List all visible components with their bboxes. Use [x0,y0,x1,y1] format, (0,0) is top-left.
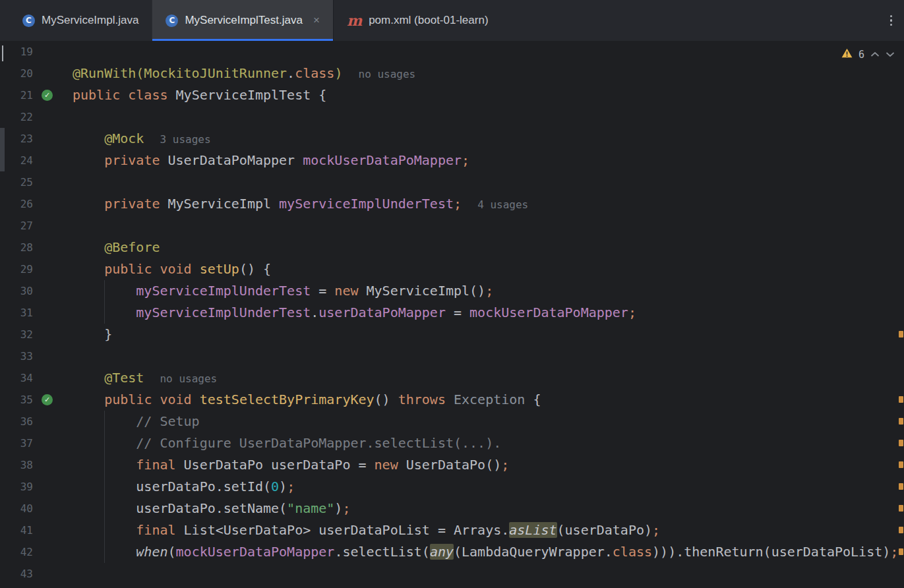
line-number[interactable]: 28 [0,237,33,258]
warning-stripe-mark[interactable] [899,396,903,403]
gutter [33,171,73,193]
tab-label: MyServiceImpl.java [42,14,138,27]
code-text: userDataPo.setId(0); [73,476,295,498]
line-number[interactable]: 35 [0,389,33,411]
line-number[interactable]: 26 [0,193,33,215]
line-number[interactable]: 39 [0,476,33,498]
line-number[interactable]: 24 [0,150,33,171]
code-line[interactable]: 40 userDataPo.setName("name"); [0,498,904,519]
inspection-widget[interactable]: 6 [841,48,895,61]
code-text: when(mockUserDataPoMapper.selectList(any… [73,541,898,563]
code-text: myServiceImplUnderTest.userDataPoMapper … [73,302,636,324]
code-line[interactable]: 19 [0,41,904,63]
gutter [33,215,73,237]
gutter-marker [0,128,5,171]
gutter [33,63,73,84]
line-number[interactable]: 32 [0,324,33,345]
code-line[interactable]: 42 when(mockUserDataPoMapper.selectList(… [0,541,904,563]
code-line[interactable]: 28 @Before [0,237,904,258]
line-number[interactable]: 38 [0,454,33,476]
line-number[interactable]: 27 [0,215,33,237]
code-line[interactable]: 43 [0,563,904,585]
code-text: myServiceImplUnderTest = new MyServiceIm… [73,280,493,302]
gutter [33,302,73,324]
code-text: @RunWith(MockitoJUnitRunner.class) no us… [73,63,415,84]
line-number[interactable]: 30 [0,280,33,302]
code-line[interactable]: 36 // Setup [0,411,904,432]
line-number[interactable]: 19 [0,41,33,63]
code-line[interactable]: 37 // Configure UserDataPoMapper.selectL… [0,432,904,454]
java-class-icon: C [166,15,178,27]
editor-tab[interactable]: mpom.xml (boot-01-learn) [333,0,502,41]
line-number[interactable]: 21 [0,84,33,106]
line-number[interactable]: 20 [0,63,33,84]
gutter [33,150,73,171]
code-line[interactable]: 32 } [0,324,904,345]
code-text: // Setup [73,411,200,432]
gutter [33,41,73,63]
code-line[interactable]: 30 myServiceImplUnderTest = new MyServic… [0,280,904,302]
test-passed-icon[interactable]: ✓ [42,90,53,101]
warning-stripe-mark[interactable] [899,483,903,490]
warning-stripe-mark[interactable] [899,418,903,425]
gutter [33,541,73,563]
code-line[interactable]: 34 @Test no usages [0,367,904,389]
code-text: userDataPo.setName("name"); [73,498,350,519]
code-line[interactable]: 38 final UserDataPo userDataPo = new Use… [0,454,904,476]
tab-label: pom.xml (boot-01-learn) [369,14,488,27]
more-options-icon[interactable] [878,15,904,26]
warning-stripe-mark[interactable] [899,331,903,338]
code-line[interactable]: 27 [0,215,904,237]
warning-stripe-mark[interactable] [899,527,903,533]
line-number[interactable]: 43 [0,563,33,585]
code-line[interactable]: 29 public void setUp() { [0,258,904,280]
gutter [33,432,73,454]
gutter [33,280,73,302]
code-line[interactable]: 31 myServiceImplUnderTest.userDataPoMapp… [0,302,904,324]
editor-tab-bar: CMyServiceImpl.javaCMyServiceImplTest.ja… [0,0,904,41]
code-line[interactable]: 35✓ public void testSelectByPrimaryKey()… [0,389,904,411]
warning-count[interactable]: 6 [859,49,864,61]
code-line[interactable]: 39 userDataPo.setId(0); [0,476,904,498]
code-line[interactable]: 20@RunWith(MockitoJUnitRunner.class) no … [0,63,904,84]
line-number[interactable]: 29 [0,258,33,280]
gutter [33,106,73,128]
line-number[interactable]: 31 [0,302,33,324]
java-class-icon: C [22,15,35,27]
line-number[interactable]: 33 [0,345,33,367]
line-number[interactable]: 40 [0,498,33,519]
close-icon[interactable]: × [313,14,320,27]
chevron-down-icon[interactable] [886,51,895,57]
line-number[interactable]: 37 [0,432,33,454]
line-number[interactable]: 42 [0,541,33,563]
line-number[interactable]: 23 [0,128,33,150]
code-line[interactable]: 25 [0,171,904,193]
code-line[interactable]: 24 private UserDataPoMapper mockUserData… [0,150,904,171]
editor-tab[interactable]: CMyServiceImplTest.java× [152,0,333,41]
code-line[interactable]: 23 @Mock 3 usages [0,128,904,150]
line-number[interactable]: 41 [0,519,33,541]
warning-stripe-mark[interactable] [899,461,903,468]
editor-tab[interactable]: CMyServiceImpl.java [9,0,152,41]
code-line[interactable]: 26 private MyServiceImpl myServiceImplUn… [0,193,904,215]
line-number[interactable]: 36 [0,411,33,432]
code-line[interactable]: 21✓public class MyServiceImplTest { [0,84,904,106]
chevron-up-icon[interactable] [870,51,880,57]
gutter [33,367,73,389]
code-text: public void testSelectByPrimaryKey() thr… [73,389,541,411]
warning-stripe-mark[interactable] [899,440,903,446]
code-text: final List<UserDataPo> userDataPoList = … [73,519,660,541]
warning-stripe-mark[interactable] [899,505,903,512]
line-number[interactable]: 25 [0,171,33,193]
test-passed-icon[interactable]: ✓ [42,394,53,405]
ide-window: CMyServiceImpl.javaCMyServiceImplTest.ja… [0,0,904,588]
warning-stripe-mark[interactable] [899,548,903,555]
code-line[interactable]: 22 [0,106,904,128]
tab-label: MyServiceImplTest.java [185,14,303,27]
code-line[interactable]: 41 final List<UserDataPo> userDataPoList… [0,519,904,541]
gutter: ✓ [33,84,73,106]
line-number[interactable]: 34 [0,367,33,389]
line-number[interactable]: 22 [0,106,33,128]
code-line[interactable]: 33 [0,345,904,367]
code-text: public void setUp() { [73,258,271,280]
